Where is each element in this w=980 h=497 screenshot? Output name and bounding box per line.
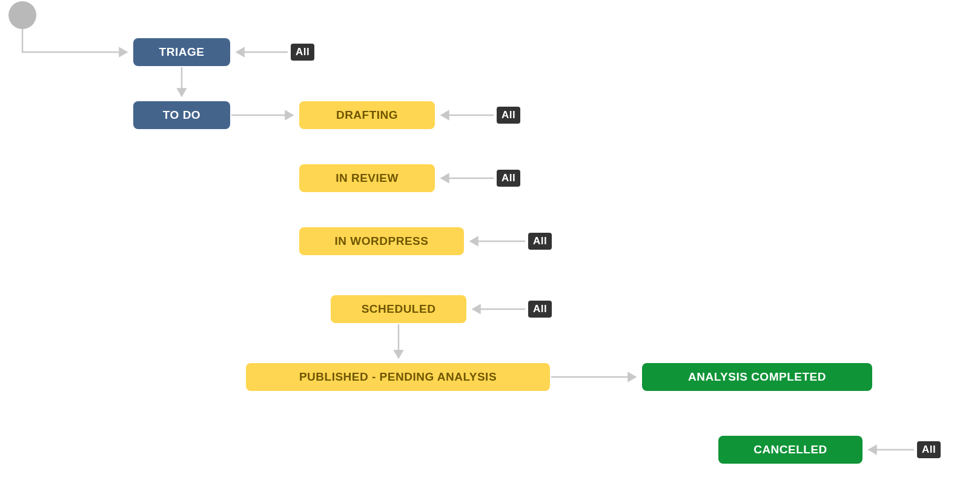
state-cancelled-label: CANCELLED bbox=[753, 443, 827, 456]
all-chip-label: All bbox=[502, 109, 515, 121]
state-analysis-completed[interactable]: ANALYSIS COMPLETED bbox=[642, 363, 872, 391]
state-analysis-completed-label: ANALYSIS COMPLETED bbox=[688, 370, 826, 384]
state-in-review[interactable]: IN REVIEW bbox=[299, 164, 435, 192]
state-cancelled[interactable]: CANCELLED bbox=[718, 436, 862, 464]
all-chip-in-review[interactable]: All bbox=[497, 170, 520, 187]
state-in-wordpress[interactable]: IN WORDPRESS bbox=[299, 227, 464, 255]
workflow-diagram: TRIAGE All TO DO DRAFTING All IN REVIEW … bbox=[0, 0, 980, 497]
all-chip-cancelled[interactable]: All bbox=[917, 441, 941, 458]
all-chip-drafting[interactable]: All bbox=[497, 107, 520, 124]
state-in-wordpress-label: IN WORDPRESS bbox=[335, 235, 429, 248]
connector-layer bbox=[0, 0, 980, 497]
state-scheduled[interactable]: SCHEDULED bbox=[331, 295, 466, 323]
all-chip-label: All bbox=[502, 172, 515, 184]
state-published-pending-label: PUBLISHED - PENDING ANALYSIS bbox=[299, 370, 497, 384]
all-chip-label: All bbox=[922, 444, 936, 456]
arrow-start-to-triage bbox=[22, 29, 127, 52]
all-chip-scheduled[interactable]: All bbox=[528, 301, 552, 318]
state-drafting-label: DRAFTING bbox=[336, 108, 398, 122]
all-chip-in-wordpress[interactable]: All bbox=[528, 233, 552, 250]
state-todo-label: TO DO bbox=[163, 108, 200, 122]
all-chip-label: All bbox=[296, 46, 310, 58]
state-in-review-label: IN REVIEW bbox=[336, 172, 399, 185]
state-published-pending[interactable]: PUBLISHED - PENDING ANALYSIS bbox=[246, 363, 550, 391]
state-triage-label: TRIAGE bbox=[159, 45, 205, 59]
all-chip-label: All bbox=[533, 235, 547, 247]
state-scheduled-label: SCHEDULED bbox=[362, 302, 436, 316]
state-drafting[interactable]: DRAFTING bbox=[299, 101, 435, 129]
all-chip-label: All bbox=[533, 303, 547, 315]
start-node bbox=[8, 1, 36, 29]
state-triage[interactable]: TRIAGE bbox=[133, 38, 230, 66]
all-chip-triage[interactable]: All bbox=[291, 44, 314, 61]
state-todo[interactable]: TO DO bbox=[133, 101, 230, 129]
